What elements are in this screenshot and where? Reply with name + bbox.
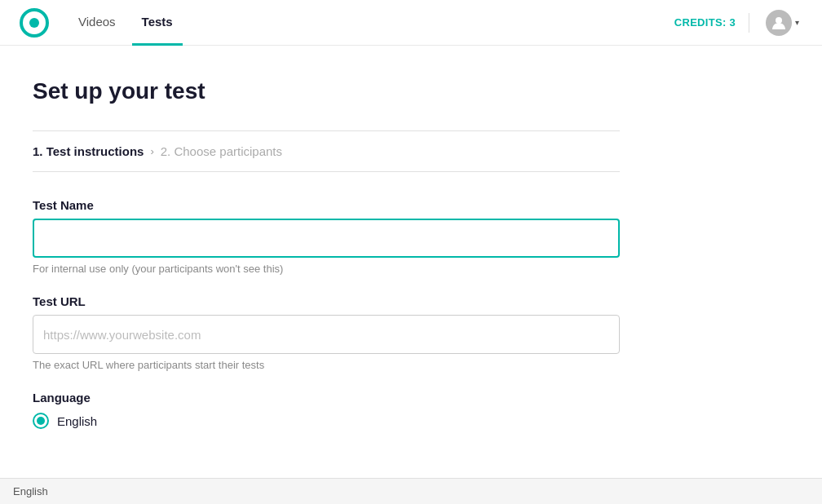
user-menu-button[interactable]: ▾ bbox=[762, 7, 802, 39]
chevron-down-icon: ▾ bbox=[795, 18, 799, 27]
steps-breadcrumb: 1. Test instructions › 2. Choose partici… bbox=[33, 130, 620, 172]
footer: English bbox=[0, 478, 822, 504]
test-name-input[interactable] bbox=[33, 219, 620, 258]
test-name-group: Test Name For internal use only (your pa… bbox=[33, 198, 620, 275]
radio-english[interactable] bbox=[33, 413, 49, 429]
language-english-label: English bbox=[57, 414, 97, 428]
header-right: CREDITS: 3 ▾ bbox=[674, 7, 802, 39]
main-nav: Videos Tests bbox=[68, 0, 183, 45]
header: Videos Tests CREDITS: 3 ▾ bbox=[0, 0, 822, 46]
test-url-group: Test URL The exact URL where participant… bbox=[33, 294, 620, 371]
test-url-input[interactable] bbox=[33, 315, 620, 354]
language-section: Language English bbox=[33, 391, 620, 429]
test-name-label: Test Name bbox=[33, 198, 620, 212]
language-english-option[interactable]: English bbox=[33, 413, 620, 429]
header-divider bbox=[749, 13, 749, 33]
step-chevron-icon: › bbox=[150, 145, 153, 157]
svg-point-2 bbox=[776, 17, 782, 24]
nav-tab-tests[interactable]: Tests bbox=[132, 0, 183, 46]
main-content: Set up your test 1. Test instructions › … bbox=[0, 46, 652, 429]
page-title: Set up your test bbox=[33, 78, 620, 104]
nav-tab-videos[interactable]: Videos bbox=[68, 0, 126, 46]
footer-language: English bbox=[13, 485, 48, 497]
test-name-hint: For internal use only (your participants… bbox=[33, 263, 620, 275]
test-url-hint: The exact URL where participants start t… bbox=[33, 359, 620, 371]
svg-point-1 bbox=[29, 18, 39, 28]
step-1-label[interactable]: 1. Test instructions bbox=[33, 144, 144, 158]
language-label: Language bbox=[33, 391, 620, 405]
step-2-label[interactable]: 2. Choose participants bbox=[161, 144, 282, 158]
test-url-label: Test URL bbox=[33, 294, 620, 308]
app-logo[interactable] bbox=[20, 8, 49, 38]
avatar bbox=[766, 10, 792, 36]
credits-display: CREDITS: 3 bbox=[674, 16, 736, 29]
radio-english-inner bbox=[37, 417, 45, 425]
